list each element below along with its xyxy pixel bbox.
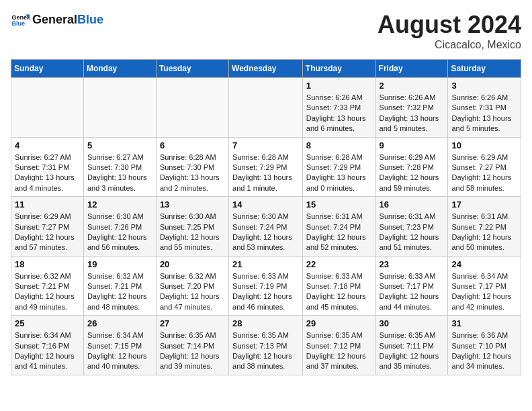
- day-info: Sunrise: 6:31 AM Sunset: 7:22 PM Dayligh…: [451, 212, 517, 253]
- day-number: 4: [15, 140, 80, 150]
- day-info: Sunrise: 6:26 AM Sunset: 7:33 PM Dayligh…: [306, 93, 372, 134]
- calendar-cell: 15Sunrise: 6:31 AM Sunset: 7:24 PM Dayli…: [302, 197, 375, 257]
- weekday-header-tuesday: Tuesday: [156, 60, 228, 78]
- day-info: Sunrise: 6:34 AM Sunset: 7:16 PM Dayligh…: [15, 330, 80, 372]
- location-subtitle: Cicacalco, Mexico: [378, 39, 521, 51]
- day-info: Sunrise: 6:35 AM Sunset: 7:13 PM Dayligh…: [232, 330, 299, 372]
- day-number: 24: [451, 259, 517, 269]
- week-row-5: 25Sunrise: 6:34 AM Sunset: 7:16 PM Dayli…: [11, 316, 521, 375]
- day-info: Sunrise: 6:28 AM Sunset: 7:30 PM Dayligh…: [160, 152, 225, 194]
- day-number: 8: [306, 140, 372, 150]
- calendar-cell: 14Sunrise: 6:30 AM Sunset: 7:24 PM Dayli…: [229, 197, 303, 257]
- calendar-cell: 8Sunrise: 6:28 AM Sunset: 7:29 PM Daylig…: [302, 137, 375, 197]
- svg-text:Blue: Blue: [11, 20, 25, 27]
- day-number: 25: [15, 318, 80, 328]
- day-number: 2: [380, 81, 445, 91]
- calendar-cell: 5Sunrise: 6:27 AM Sunset: 7:30 PM Daylig…: [83, 137, 156, 197]
- day-info: Sunrise: 6:32 AM Sunset: 7:21 PM Dayligh…: [15, 271, 80, 313]
- day-number: 16: [380, 199, 445, 210]
- weekday-header-wednesday: Wednesday: [229, 60, 303, 78]
- day-number: 12: [87, 199, 152, 210]
- day-info: Sunrise: 6:28 AM Sunset: 7:29 PM Dayligh…: [306, 152, 372, 194]
- calendar-cell: 7Sunrise: 6:28 AM Sunset: 7:29 PM Daylig…: [229, 137, 303, 197]
- day-info: Sunrise: 6:35 AM Sunset: 7:14 PM Dayligh…: [160, 330, 225, 372]
- calendar-cell: 9Sunrise: 6:29 AM Sunset: 7:28 PM Daylig…: [375, 137, 448, 197]
- calendar-cell: 2Sunrise: 6:26 AM Sunset: 7:32 PM Daylig…: [375, 78, 448, 138]
- day-info: Sunrise: 6:26 AM Sunset: 7:31 PM Dayligh…: [451, 93, 517, 134]
- day-number: 11: [15, 199, 80, 210]
- calendar-table: SundayMondayTuesdayWednesdayThursdayFrid…: [11, 59, 521, 375]
- day-info: Sunrise: 6:33 AM Sunset: 7:18 PM Dayligh…: [306, 271, 372, 313]
- calendar-cell: 12Sunrise: 6:30 AM Sunset: 7:26 PM Dayli…: [83, 197, 156, 257]
- day-info: Sunrise: 6:29 AM Sunset: 7:27 PM Dayligh…: [451, 152, 517, 194]
- day-number: 15: [306, 199, 372, 210]
- day-number: 10: [451, 140, 517, 150]
- calendar-cell: 17Sunrise: 6:31 AM Sunset: 7:22 PM Dayli…: [448, 197, 521, 257]
- day-info: Sunrise: 6:30 AM Sunset: 7:25 PM Dayligh…: [160, 212, 225, 253]
- logo-text: GeneralBlue: [32, 13, 103, 27]
- day-info: Sunrise: 6:32 AM Sunset: 7:21 PM Dayligh…: [87, 271, 152, 313]
- calendar-cell: 26Sunrise: 6:34 AM Sunset: 7:15 PM Dayli…: [83, 316, 156, 375]
- calendar-cell: 13Sunrise: 6:30 AM Sunset: 7:25 PM Dayli…: [156, 197, 228, 257]
- calendar-cell: 1Sunrise: 6:26 AM Sunset: 7:33 PM Daylig…: [302, 78, 375, 138]
- day-number: 26: [87, 318, 152, 328]
- day-number: 5: [87, 140, 152, 150]
- day-number: 29: [306, 318, 372, 328]
- logo: General Blue GeneralBlue: [11, 11, 103, 30]
- day-number: 31: [451, 318, 517, 328]
- calendar-cell: 21Sunrise: 6:33 AM Sunset: 7:19 PM Dayli…: [229, 256, 303, 316]
- calendar-cell: [11, 78, 84, 138]
- day-number: 7: [232, 140, 299, 150]
- calendar-cell: 4Sunrise: 6:27 AM Sunset: 7:31 PM Daylig…: [11, 137, 84, 197]
- day-number: 18: [15, 259, 80, 269]
- day-info: Sunrise: 6:35 AM Sunset: 7:12 PM Dayligh…: [306, 330, 372, 372]
- day-info: Sunrise: 6:30 AM Sunset: 7:26 PM Dayligh…: [87, 212, 152, 253]
- day-info: Sunrise: 6:33 AM Sunset: 7:19 PM Dayligh…: [232, 271, 299, 313]
- weekday-header-friday: Friday: [375, 60, 448, 78]
- calendar-cell: 6Sunrise: 6:28 AM Sunset: 7:30 PM Daylig…: [156, 137, 228, 197]
- day-number: 19: [87, 259, 152, 269]
- day-info: Sunrise: 6:26 AM Sunset: 7:32 PM Dayligh…: [380, 93, 445, 134]
- calendar-cell: 25Sunrise: 6:34 AM Sunset: 7:16 PM Dayli…: [11, 316, 84, 375]
- day-info: Sunrise: 6:27 AM Sunset: 7:31 PM Dayligh…: [15, 152, 80, 194]
- day-number: 17: [451, 199, 517, 210]
- day-number: 30: [380, 318, 445, 328]
- day-number: 9: [380, 140, 445, 150]
- calendar-cell: 23Sunrise: 6:33 AM Sunset: 7:17 PM Dayli…: [375, 256, 448, 316]
- calendar-cell: [156, 78, 228, 138]
- calendar-cell: 20Sunrise: 6:32 AM Sunset: 7:20 PM Dayli…: [156, 256, 228, 316]
- day-info: Sunrise: 6:29 AM Sunset: 7:27 PM Dayligh…: [15, 212, 80, 253]
- calendar-cell: 3Sunrise: 6:26 AM Sunset: 7:31 PM Daylig…: [448, 78, 521, 138]
- day-info: Sunrise: 6:35 AM Sunset: 7:11 PM Dayligh…: [380, 330, 445, 372]
- calendar-cell: 11Sunrise: 6:29 AM Sunset: 7:27 PM Dayli…: [11, 197, 84, 257]
- day-number: 21: [232, 259, 299, 269]
- day-info: Sunrise: 6:30 AM Sunset: 7:24 PM Dayligh…: [232, 212, 299, 253]
- day-info: Sunrise: 6:36 AM Sunset: 7:10 PM Dayligh…: [451, 330, 517, 372]
- calendar-cell: [83, 78, 156, 138]
- weekday-header-saturday: Saturday: [448, 60, 521, 78]
- calendar-cell: 24Sunrise: 6:34 AM Sunset: 7:17 PM Dayli…: [448, 256, 521, 316]
- calendar-cell: 30Sunrise: 6:35 AM Sunset: 7:11 PM Dayli…: [375, 316, 448, 375]
- day-number: 22: [306, 259, 372, 269]
- day-info: Sunrise: 6:34 AM Sunset: 7:17 PM Dayligh…: [451, 271, 517, 313]
- week-row-3: 11Sunrise: 6:29 AM Sunset: 7:27 PM Dayli…: [11, 197, 521, 257]
- calendar-cell: 27Sunrise: 6:35 AM Sunset: 7:14 PM Dayli…: [156, 316, 228, 375]
- logo-icon: General Blue: [11, 11, 30, 30]
- calendar-cell: 18Sunrise: 6:32 AM Sunset: 7:21 PM Dayli…: [11, 256, 84, 316]
- day-info: Sunrise: 6:32 AM Sunset: 7:20 PM Dayligh…: [160, 271, 225, 313]
- day-info: Sunrise: 6:31 AM Sunset: 7:23 PM Dayligh…: [380, 212, 445, 253]
- day-number: 3: [451, 81, 517, 91]
- day-number: 27: [160, 318, 225, 328]
- week-row-1: 1Sunrise: 6:26 AM Sunset: 7:33 PM Daylig…: [11, 78, 521, 138]
- month-title: August 2024: [378, 11, 521, 39]
- day-info: Sunrise: 6:31 AM Sunset: 7:24 PM Dayligh…: [306, 212, 372, 253]
- day-info: Sunrise: 6:34 AM Sunset: 7:15 PM Dayligh…: [87, 330, 152, 372]
- week-row-2: 4Sunrise: 6:27 AM Sunset: 7:31 PM Daylig…: [11, 137, 521, 197]
- calendar-cell: 29Sunrise: 6:35 AM Sunset: 7:12 PM Dayli…: [302, 316, 375, 375]
- weekday-header-thursday: Thursday: [302, 60, 375, 78]
- day-number: 1: [306, 81, 372, 91]
- calendar-cell: 16Sunrise: 6:31 AM Sunset: 7:23 PM Dayli…: [375, 197, 448, 257]
- calendar-cell: 28Sunrise: 6:35 AM Sunset: 7:13 PM Dayli…: [229, 316, 303, 375]
- weekday-header-monday: Monday: [83, 60, 156, 78]
- calendar-cell: 10Sunrise: 6:29 AM Sunset: 7:27 PM Dayli…: [448, 137, 521, 197]
